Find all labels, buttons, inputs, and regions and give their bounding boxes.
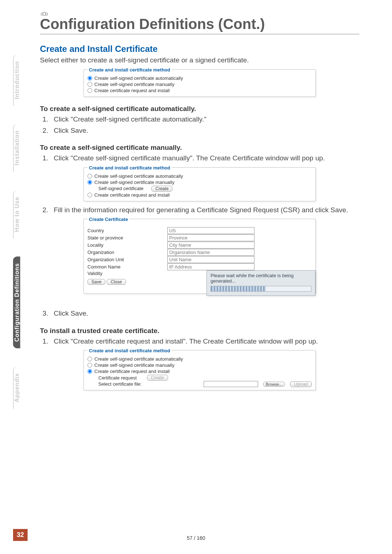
fieldset-legend: Create and install certificate method — [87, 348, 172, 353]
screenshot-cert-method-manual: Create and install certificate method Cr… — [83, 167, 316, 201]
select-file-label: Select certificate file: — [98, 381, 142, 387]
heading-install: To install a trusted create certificate. — [40, 327, 359, 335]
radio-label: Create self-signed certificate automatic… — [94, 75, 183, 81]
radio-request-install[interactable] — [87, 369, 92, 374]
radio-auto[interactable] — [87, 76, 92, 81]
nav-configuration-definitions[interactable]: Configuration Definitions — [13, 257, 20, 348]
label-state: State or province — [87, 235, 167, 241]
list-item: Click "Create certificate request and in… — [50, 336, 359, 347]
nav-label: Configuration Definitions — [14, 263, 20, 342]
file-input[interactable] — [204, 381, 258, 387]
side-nav: Introduction Installation How to Use Con… — [13, 54, 29, 427]
fieldset-legend: Create and install certificate method — [87, 165, 172, 171]
nav-introduction[interactable]: Introduction — [13, 54, 20, 106]
screenshot-cert-method-install: Create and install certificate method Cr… — [83, 350, 316, 390]
radio-label: Create self-signed certificate manually — [94, 82, 174, 87]
radio-label: Create self-signed certificate automatic… — [94, 173, 183, 179]
pdf-page-indicator: 57 / 160 — [187, 535, 205, 541]
upload-button[interactable]: Upload — [290, 381, 312, 387]
label-org-unit: Organization Unit — [87, 257, 167, 262]
radio-label: Create certificate request and install — [94, 192, 170, 198]
fieldset-legend: Create Certificate — [87, 217, 130, 222]
page-title: Configuration Definitions (Cont.) — [40, 16, 359, 34]
radio-auto[interactable] — [87, 357, 92, 361]
create-button[interactable]: Create — [147, 375, 168, 381]
input-org-unit[interactable] — [167, 256, 254, 263]
radio-manual[interactable] — [87, 363, 92, 368]
nav-how-to-use[interactable]: How to Use — [13, 190, 20, 238]
self-signed-label: Self-signed certificate — [98, 186, 143, 191]
list-item: Fill in the information required for gen… — [50, 205, 359, 216]
radio-label: Create self-signed certificate manually — [94, 362, 174, 368]
progress-message: Please wait while the certificate is bei… — [211, 273, 311, 284]
radio-auto[interactable] — [87, 174, 92, 178]
label-organization: Organization — [87, 250, 167, 255]
label-validity: Validity — [87, 271, 167, 276]
radio-manual[interactable] — [87, 180, 92, 185]
nav-installation[interactable]: Installation — [13, 124, 20, 172]
input-common-name[interactable] — [167, 263, 254, 270]
input-state[interactable] — [167, 234, 254, 241]
input-country[interactable] — [167, 227, 254, 234]
list-item: Click Save. — [50, 126, 359, 136]
input-organization[interactable] — [167, 249, 254, 256]
list-item: Click Save. — [50, 308, 359, 319]
fieldset-legend: Create and install certificate method — [87, 67, 172, 73]
radio-label: Create self-signed certificate automatic… — [94, 356, 183, 362]
page-number-box: 32 — [13, 529, 28, 541]
input-locality[interactable] — [167, 242, 254, 249]
heading-auto: To create a self-signed certificate auto… — [40, 105, 359, 113]
screenshot-create-certificate-form: Create Certificate Country State or prov… — [83, 219, 316, 294]
list-item: Click "Create self-signed certificate au… — [50, 114, 359, 125]
label-country: Country — [87, 228, 167, 233]
list-item: Click "Create self-signed certificate ma… — [50, 153, 359, 164]
browse-button[interactable]: Browse... — [263, 382, 285, 387]
progress-bar — [211, 286, 311, 292]
radio-request-install[interactable] — [87, 193, 92, 197]
heading-manual: To create a self-signed certificate manu… — [40, 144, 359, 152]
section-heading: Create and Install Certificate — [40, 44, 359, 54]
save-button[interactable]: Save — [87, 279, 105, 285]
nav-appendix[interactable]: Appendix — [13, 366, 20, 409]
label-common-name: Common Name — [87, 264, 167, 270]
progress-overlay: Please wait while the certificate is bei… — [207, 270, 315, 296]
radio-label: Create certificate request and install — [94, 369, 170, 374]
screenshot-cert-method-auto: Create and install certificate method Cr… — [83, 69, 316, 97]
cert-request-label: Certificate request — [98, 375, 137, 381]
radio-request-install[interactable] — [87, 88, 92, 93]
create-button[interactable]: Create — [151, 186, 172, 192]
radio-manual[interactable] — [87, 82, 92, 87]
radio-label: Create self-signed certificate manually — [94, 180, 174, 185]
label-locality: Locality — [87, 242, 167, 248]
close-button[interactable]: Close — [107, 279, 126, 285]
radio-label: Create certificate request and install — [94, 88, 170, 93]
section-lead: Select either to create a self-signed ce… — [40, 56, 359, 64]
